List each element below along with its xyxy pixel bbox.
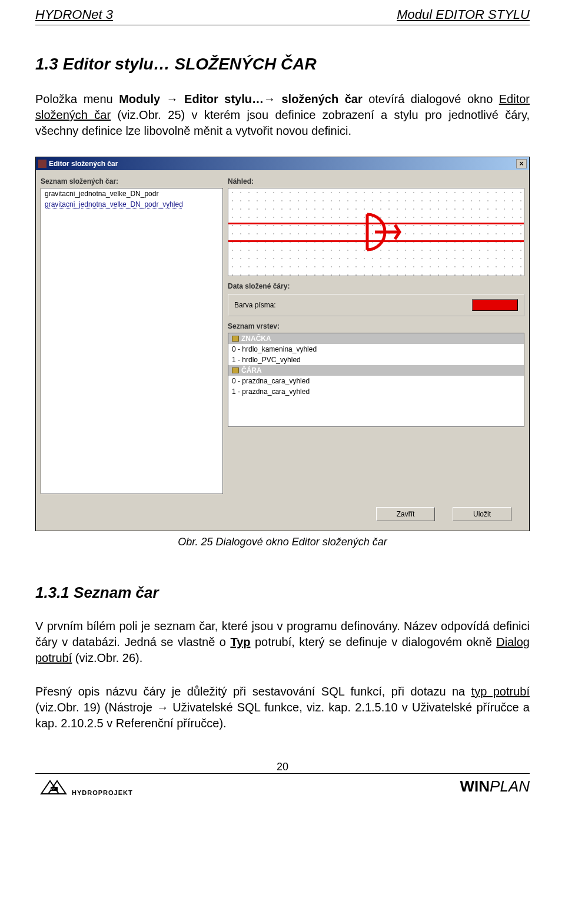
- text: Položka menu: [35, 92, 119, 105]
- footer-brand: WINPLAN: [460, 777, 530, 796]
- editor-dialog: Editor složených čar × Seznam složených …: [35, 157, 530, 531]
- line-preview: [228, 188, 524, 276]
- section-1-paragraph: Položka menu Moduly → Editor stylu…→ slo…: [35, 91, 530, 139]
- page-footer: cz HYDROPROJEKT WINPLAN: [35, 773, 530, 796]
- section-1-title: 1.3 Editor stylu… SLOŽENÝCH ČAR: [35, 55, 530, 74]
- list-item[interactable]: gravitacni_jednotna_velke_DN_podr_vyhled: [41, 199, 222, 210]
- typ-link: Typ: [230, 635, 250, 648]
- page-number: 20: [35, 761, 530, 773]
- text: Přesný opis názvu čáry je důležitý při s…: [35, 685, 471, 698]
- footer-logo: cz HYDROPROJEKT: [35, 776, 133, 796]
- color-swatch[interactable]: [472, 299, 518, 311]
- typ-link: typ potrubí: [471, 685, 530, 698]
- folder-icon: [232, 367, 239, 373]
- list-item[interactable]: gravitacni_jednotna_velke_DN_podr: [41, 188, 222, 199]
- text: potrubí, který se definuje v dialogovém …: [250, 635, 496, 648]
- app-icon: [38, 160, 46, 168]
- layer-group-label: ČÁRA: [241, 366, 262, 375]
- section-2-paragraph-2: Přesný opis názvu čáry je důležitý při s…: [35, 684, 530, 731]
- brand-part-1: WIN: [460, 777, 490, 795]
- header-right: Modul EDITOR STYLU: [397, 7, 530, 22]
- footer-logo-text: HYDROPROJEKT: [72, 789, 133, 796]
- save-button[interactable]: Uložit: [453, 507, 511, 521]
- text: otevírá dialogové okno: [363, 92, 499, 105]
- section-2-title: 1.3.1 Seznam čar: [35, 584, 530, 602]
- layers-listbox[interactable]: ZNAČKA 0 - hrdlo_kamenina_vyhled 1 - hrd…: [228, 333, 524, 427]
- folder-icon: [232, 336, 239, 342]
- close-dialog-button[interactable]: Zavřít: [376, 507, 435, 521]
- header-left: HYDRONet 3: [35, 7, 113, 22]
- svg-text:cz: cz: [51, 787, 55, 791]
- layer-group[interactable]: ZNAČKA: [228, 333, 524, 344]
- color-label: Barva písma:: [234, 301, 276, 309]
- close-button[interactable]: ×: [516, 159, 527, 168]
- lines-listbox[interactable]: gravitacni_jednotna_velke_DN_podr gravit…: [41, 188, 223, 494]
- menu-path: Moduly → Editor stylu…→ složených čar: [119, 92, 363, 105]
- dialog-title: Editor složených čar: [49, 160, 118, 168]
- hydroprojekt-logo-icon: cz: [35, 776, 71, 796]
- section-2-paragraph-1: V prvním bílém poli je seznam čar, které…: [35, 618, 530, 666]
- layer-item[interactable]: 0 - hrdlo_kamenina_vyhled: [228, 344, 524, 355]
- line-symbol-icon: [364, 208, 411, 256]
- layers-label: Seznam vrstev:: [228, 322, 524, 330]
- preview-label: Náhled:: [228, 177, 524, 186]
- line-data-panel: Barva písma:: [228, 294, 524, 316]
- data-label: Data složené čáry:: [228, 282, 524, 290]
- layer-item[interactable]: 1 - prazdna_cara_vyhled: [228, 386, 524, 397]
- layer-item[interactable]: 1 - hrdlo_PVC_vyhled: [228, 355, 524, 365]
- layer-group-label: ZNAČKA: [241, 335, 271, 343]
- layer-item[interactable]: 0 - prazdna_cara_vyhled: [228, 376, 524, 386]
- lines-list-label: Seznam složených čar:: [41, 177, 223, 186]
- layer-group[interactable]: ČÁRA: [228, 365, 524, 376]
- figure-caption: Obr. 25 Dialogové okno Editor složených …: [35, 536, 530, 548]
- dialog-titlebar[interactable]: Editor složených čar ×: [36, 157, 529, 170]
- text: (viz.Obr. 26).: [72, 651, 142, 664]
- brand-part-2: PLAN: [490, 777, 530, 795]
- page-header: HYDRONet 3 Modul EDITOR STYLU: [35, 0, 530, 25]
- text: (viz.Obr. 19) (Nástroje → Uživatelské SQ…: [35, 701, 530, 730]
